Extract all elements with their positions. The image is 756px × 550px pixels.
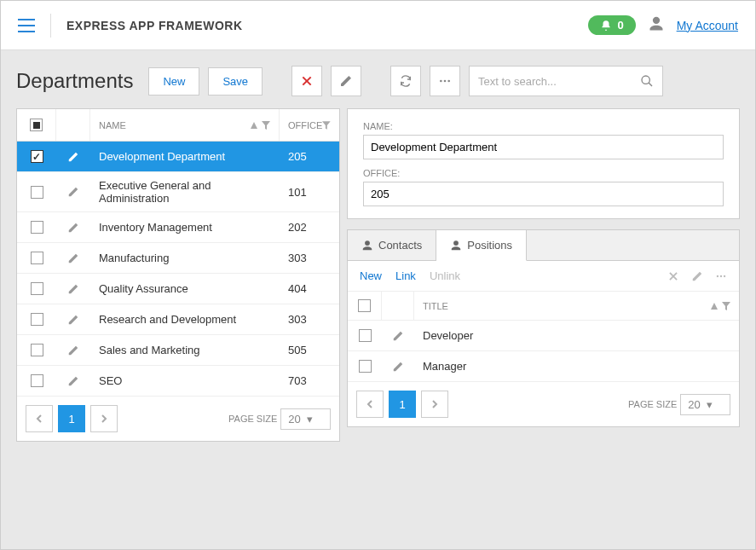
table-row[interactable]: Executive General and Administration 101 [17, 172, 339, 212]
table-row[interactable]: SEO 703 [17, 366, 339, 397]
row-edit-button[interactable] [56, 314, 90, 326]
page-size-select[interactable]: 20 ▾ [280, 408, 331, 430]
table-row[interactable]: Quality Assurance 404 [17, 274, 339, 304]
row-checkbox[interactable] [31, 186, 43, 199]
row-name: Manufacturing [90, 245, 280, 271]
sort-asc-icon[interactable] [250, 121, 258, 130]
row-name: Development Department [90, 143, 280, 170]
my-account-link[interactable]: My Account [677, 19, 738, 32]
row-edit-button[interactable] [382, 361, 414, 373]
chevron-right-icon [430, 400, 439, 408]
row-checkbox[interactable] [31, 221, 43, 234]
table-row[interactable]: Manager [348, 351, 739, 382]
chevron-left-icon [35, 414, 43, 423]
person-icon [361, 240, 373, 252]
row-name: SEO [90, 368, 280, 394]
row-name: Quality Assurance [90, 275, 280, 302]
row-office: 101 [280, 186, 339, 199]
person-icon [450, 240, 462, 252]
row-title: Manager [414, 360, 739, 373]
dots-icon [438, 74, 452, 88]
search-input[interactable] [478, 75, 640, 88]
sub-unlink-button[interactable]: Unlink [430, 269, 460, 282]
svg-point-4 [717, 275, 718, 276]
col-title-header[interactable]: TITLE [423, 301, 448, 311]
row-edit-button[interactable] [56, 222, 90, 234]
save-button[interactable]: Save [208, 67, 263, 96]
table-row[interactable]: Sales and Marketing 505 [17, 335, 339, 366]
select-all-checkbox[interactable] [30, 119, 43, 131]
row-edit-button[interactable] [382, 330, 414, 342]
office-label: OFFICE: [363, 168, 724, 178]
prev-page-button[interactable] [26, 405, 53, 432]
table-row[interactable]: Manufacturing 303 [17, 243, 339, 274]
sub-select-all-checkbox[interactable] [358, 299, 371, 312]
sub-new-button[interactable]: New [360, 269, 382, 282]
delete-button[interactable] [291, 66, 322, 96]
row-checkbox[interactable] [31, 252, 43, 264]
row-edit-button[interactable] [56, 283, 90, 295]
row-checkbox[interactable] [31, 282, 43, 295]
page-1-button[interactable]: 1 [58, 405, 85, 432]
user-icon[interactable] [648, 15, 665, 35]
pencil-icon [339, 74, 353, 88]
name-field[interactable] [363, 135, 724, 159]
refresh-button[interactable] [390, 66, 421, 96]
row-office: 205 [280, 150, 339, 163]
row-checkbox[interactable] [31, 150, 43, 163]
row-edit-button[interactable] [56, 344, 90, 356]
page-size-label: PAGE SIZE [228, 414, 277, 424]
office-field[interactable] [363, 182, 724, 206]
row-checkbox[interactable] [359, 329, 372, 342]
notification-count: 0 [617, 19, 623, 32]
tab-contacts[interactable]: Contacts [348, 230, 436, 260]
departments-grid: NAME OFFICE Development Department 205 E… [16, 108, 340, 442]
close-icon[interactable] [667, 270, 679, 282]
name-label: NAME: [363, 121, 724, 131]
table-row[interactable]: Inventory Management 202 [17, 212, 339, 243]
tab-positions[interactable]: Positions [436, 230, 527, 261]
edit-button[interactable] [331, 66, 361, 96]
row-edit-button[interactable] [56, 375, 90, 387]
dots-icon[interactable] [715, 270, 727, 282]
search-icon [640, 74, 654, 88]
search-box[interactable] [469, 66, 663, 96]
new-button[interactable]: New [148, 67, 199, 96]
row-name: Inventory Management [90, 214, 280, 240]
row-checkbox[interactable] [31, 374, 43, 387]
row-edit-button[interactable] [56, 252, 90, 264]
row-office: 703 [280, 374, 339, 387]
filter-icon[interactable] [722, 302, 730, 310]
table-row[interactable]: Developer [348, 321, 739, 351]
sort-asc-icon[interactable] [710, 302, 718, 310]
row-edit-button[interactable] [56, 186, 90, 198]
sub-page-size-select[interactable]: 20 ▾ [680, 394, 730, 415]
row-checkbox[interactable] [31, 344, 43, 356]
col-name-header[interactable]: NAME [99, 120, 126, 130]
row-checkbox[interactable] [31, 313, 43, 326]
sub-link-button[interactable]: Link [395, 269, 416, 282]
app-title: EXPRESS APP FRAMEWORK [66, 19, 243, 32]
table-row[interactable]: Research and Development 303 [17, 304, 339, 335]
sub-next-page-button[interactable] [421, 391, 448, 418]
row-name: Research and Development [90, 306, 280, 333]
row-office: 404 [280, 282, 339, 295]
sub-page-1-button[interactable]: 1 [389, 391, 416, 418]
hamburger-menu[interactable] [18, 19, 35, 32]
pencil-icon[interactable] [691, 270, 703, 282]
more-button[interactable] [430, 66, 460, 96]
row-checkbox[interactable] [359, 360, 372, 373]
row-edit-button[interactable] [56, 151, 90, 163]
row-name: Executive General and Administration [90, 172, 280, 211]
row-name: Sales and Marketing [90, 337, 280, 363]
sub-prev-page-button[interactable] [356, 391, 384, 418]
filter-icon[interactable] [322, 121, 331, 130]
row-office: 303 [280, 252, 339, 264]
col-office-header[interactable]: OFFICE [288, 120, 322, 130]
notification-pill[interactable]: 0 [588, 15, 635, 35]
next-page-button[interactable] [90, 405, 118, 432]
row-title: Developer [414, 329, 739, 342]
filter-icon[interactable] [262, 121, 270, 130]
row-office: 303 [280, 313, 339, 326]
table-row[interactable]: Development Department 205 [17, 142, 339, 172]
